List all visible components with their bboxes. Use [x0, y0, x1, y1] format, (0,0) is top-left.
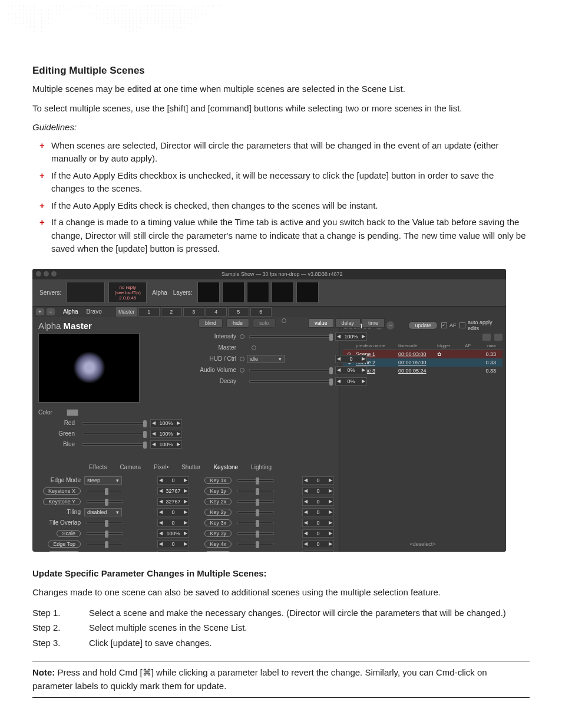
tab-camera[interactable]: Camera — [120, 464, 141, 470]
param-label[interactable]: Key 4y — [204, 551, 232, 552]
param-spinner[interactable]: ◀0▶ — [302, 487, 334, 495]
param-spinner[interactable]: ◀0▶ — [302, 551, 334, 552]
param-label[interactable]: Edge Mode — [51, 477, 81, 483]
param-label[interactable]: Intensity — [195, 333, 236, 340]
tab-effects[interactable]: Effects — [89, 464, 107, 470]
param-spinner[interactable]: ◀0▶ — [302, 519, 334, 527]
solo-button[interactable]: solo — [253, 318, 276, 328]
tab-layer[interactable]: 1 — [138, 307, 160, 317]
param-label[interactable]: Keystone Y — [43, 498, 81, 505]
radio-icon[interactable] — [240, 368, 244, 373]
param-spinner[interactable]: ◀0▶ — [302, 476, 334, 485]
param-slider[interactable] — [237, 543, 274, 545]
tab-layer[interactable]: 4 — [206, 307, 227, 317]
layer-thumbnail[interactable] — [296, 282, 319, 303]
param-label[interactable]: Key 2y — [204, 509, 232, 516]
param-label[interactable]: Edge Top — [48, 541, 81, 548]
param-select[interactable]: steep▾ — [84, 476, 122, 485]
red-slider[interactable] — [82, 422, 147, 424]
param-spinner[interactable]: ◀0▶ — [157, 540, 189, 548]
red-spinner[interactable]: ◀100%▶ — [150, 419, 182, 427]
tab-keystone[interactable]: Keystone — [213, 464, 238, 470]
radio-icon[interactable] — [282, 318, 286, 323]
param-label[interactable]: Key 1y — [204, 487, 232, 495]
update-button[interactable]: update — [408, 321, 438, 330]
decay-spinner[interactable]: ◀0%▶ — [335, 377, 339, 386]
tab-master[interactable]: Master — [116, 307, 137, 317]
param-label[interactable]: Scale — [57, 530, 81, 537]
filter-icon[interactable] — [494, 334, 503, 341]
param-label[interactable]: Green — [38, 430, 75, 437]
filter-icon[interactable] — [482, 334, 491, 341]
param-spinner[interactable]: ◀32767▶ — [157, 498, 189, 506]
param-spinner[interactable]: ◀0▶ — [302, 508, 334, 516]
param-slider[interactable] — [237, 479, 274, 482]
param-slider[interactable] — [237, 500, 274, 503]
param-label[interactable]: Key 4x — [204, 541, 232, 548]
radio-icon[interactable] — [240, 357, 244, 361]
param-spinner[interactable]: ◀0▶ — [157, 476, 189, 485]
param-label[interactable]: Red — [38, 420, 75, 426]
tab-layer[interactable]: 2 — [161, 307, 182, 317]
blue-spinner[interactable]: ◀100%▶ — [150, 440, 182, 449]
param-label[interactable]: Decay — [195, 378, 236, 384]
param-slider[interactable] — [87, 500, 123, 503]
param-spinner[interactable]: ◀0▶ — [157, 551, 189, 552]
auto-apply-checkbox[interactable] — [459, 322, 465, 328]
remove-scene-button[interactable]: − — [386, 321, 394, 330]
server-thumbnail[interactable] — [67, 282, 105, 303]
param-label[interactable]: Master — [195, 344, 236, 351]
param-label[interactable]: Tiling — [67, 509, 81, 515]
param-slider[interactable] — [237, 511, 274, 513]
server-status-thumbnail[interactable]: no reply (see toolTip) 2.0.0.45 — [108, 282, 147, 303]
param-label[interactable]: Key 3y — [204, 530, 232, 537]
layer-thumbnail[interactable] — [247, 282, 269, 303]
param-label[interactable]: Key 1x — [204, 477, 232, 484]
param-select[interactable]: disabled▾ — [84, 508, 122, 516]
add-button[interactable]: + — [36, 308, 44, 315]
param-slider[interactable] — [87, 543, 123, 545]
param-label[interactable]: Edge Left — [47, 551, 81, 552]
param-slider[interactable] — [87, 522, 123, 524]
radio-icon[interactable] — [252, 345, 256, 350]
intensity-slider[interactable] — [249, 335, 333, 338]
tab-delay[interactable]: delay — [335, 318, 339, 328]
decay-slider[interactable] — [249, 380, 333, 383]
tab-lighting[interactable]: Lighting — [251, 464, 272, 470]
param-spinner[interactable]: ◀0▶ — [302, 529, 334, 538]
param-spinner[interactable]: ◀0▶ — [157, 508, 189, 516]
param-label[interactable]: Key 2x — [204, 498, 232, 505]
tab-bravo[interactable]: Bravo — [87, 308, 102, 315]
tab-pixel[interactable]: Pixel• — [154, 464, 168, 470]
remove-button[interactable]: − — [47, 308, 55, 315]
tab-shutter[interactable]: Shutter — [181, 464, 200, 470]
param-label[interactable]: Tile Overlap — [49, 519, 81, 526]
param-slider[interactable] — [237, 522, 274, 524]
param-label[interactable]: Key 3x — [204, 519, 232, 526]
layer-thumbnail[interactable] — [272, 282, 294, 303]
param-spinner[interactable]: ◀0▶ — [157, 519, 189, 527]
param-slider[interactable] — [87, 490, 123, 492]
audio-slider[interactable] — [249, 369, 333, 371]
hud-spinner[interactable]: ◀0▶ — [335, 355, 339, 363]
tab-alpha[interactable]: Alpha — [63, 308, 78, 315]
param-spinner[interactable]: ◀32767▶ — [157, 487, 189, 495]
param-slider[interactable] — [237, 490, 274, 492]
param-label[interactable]: Blue — [38, 441, 75, 447]
intensity-spinner[interactable]: ◀100%▶ — [335, 332, 339, 341]
color-swatch[interactable] — [67, 409, 78, 416]
param-label[interactable]: HUD / Ctrl — [195, 355, 236, 362]
radio-icon[interactable] — [240, 334, 244, 339]
audio-spinner[interactable]: ◀0%▶ — [335, 366, 339, 374]
blue-slider[interactable] — [82, 443, 147, 446]
layer-thumbnail[interactable] — [197, 282, 220, 303]
tab-layer[interactable]: 5 — [228, 307, 249, 317]
param-label[interactable]: Audio Volume — [195, 367, 236, 373]
blind-button[interactable]: blind — [199, 318, 223, 328]
param-slider[interactable] — [237, 532, 274, 535]
param-label[interactable]: Keystone X — [43, 487, 81, 495]
param-slider[interactable] — [87, 532, 123, 535]
param-spinner[interactable]: ◀100%▶ — [157, 529, 189, 538]
deselect-button[interactable]: <deselect> — [343, 539, 503, 549]
tab-layer[interactable]: 3 — [183, 307, 204, 317]
